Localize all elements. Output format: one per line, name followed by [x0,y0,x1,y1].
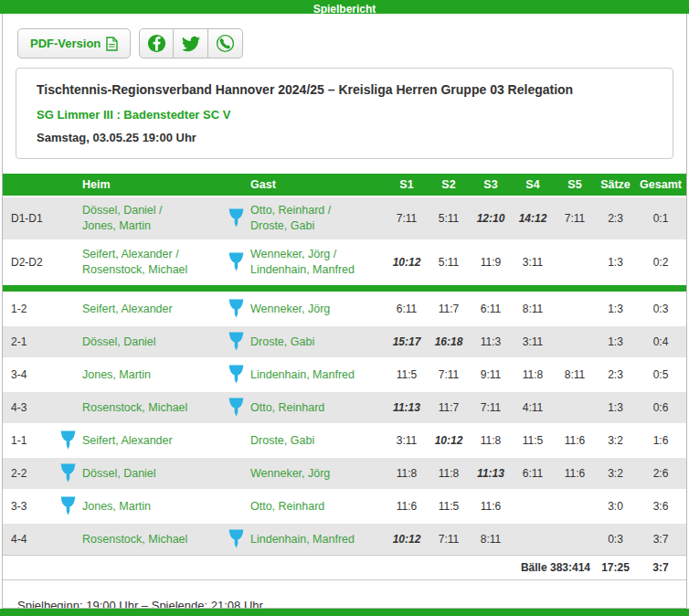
player-link[interactable]: Rosenstock, Michael [82,262,221,278]
set-score [554,391,596,424]
home-winner-cell [53,457,82,490]
player-link[interactable]: Droste, Gabi [250,433,386,449]
guest-players: Wenneker, Jörg [250,292,386,325]
trophy-icon [228,208,244,228]
set-score: 3:11 [512,325,554,358]
player-link[interactable]: Droste, Gabi [250,218,386,234]
overall-result: 0:2 [635,240,686,284]
set-score: 4:11 [512,391,554,424]
home-winner-cell [53,325,82,358]
set-score: 7:11 [428,523,470,556]
set-score: 15:17 [386,325,428,358]
set-score [554,490,596,523]
player-link[interactable]: Seifert, Alexander [82,302,221,317]
player-link[interactable]: Droste, Gabi [250,335,386,350]
player-link[interactable]: Wenneker, Jörg [250,466,386,482]
set-score: 7:11 [386,196,428,240]
section-separator [3,284,686,292]
match-number: D1-D1 [3,196,53,240]
set-score: 11:8 [428,457,470,490]
match-row: 1-1Seifert, AlexanderDroste, Gabi3:1110:… [3,424,686,457]
player-link[interactable]: Jones, Martin [82,367,221,383]
set-score: 5:11 [428,196,470,240]
match-row: D2-D2Seifert, Alexander /Rosenstock, Mic… [3,240,686,284]
set-score: 11:5 [428,490,470,523]
home-players: Dössel, Daniel [82,325,221,358]
player-link[interactable]: Dössel, Daniel / [82,203,221,218]
guest-players: Otto, Reinhard /Droste, Gabi [250,196,386,240]
header-s2: S2 [428,174,470,196]
pdf-version-button[interactable]: PDF-Version [17,28,131,58]
trophy-icon [228,365,244,385]
share-whatsapp-button[interactable] [208,28,243,58]
player-link[interactable]: Seifert, Alexander [82,433,221,449]
trophy-icon [228,332,244,352]
set-score: 5:11 [428,240,470,284]
set-score [554,292,596,325]
set-score: 8:11 [470,523,512,556]
player-link[interactable]: Otto, Reinhard / [250,203,386,218]
overall-result: 0:6 [635,391,686,424]
player-link[interactable]: Rosenstock, Michael [82,400,221,416]
sets-result: 3:2 [596,457,635,490]
set-score: 11:9 [470,240,512,284]
player-link[interactable]: Dössel, Daniel [82,466,221,482]
sets-result: 3:0 [596,490,635,523]
set-score: 11:8 [512,358,554,391]
match-times-note: Spielbeginn: 19:00 Uhr – Spielende: 21:0… [3,599,686,609]
set-score: 10:12 [428,424,470,457]
player-link[interactable]: Lindenhain, Manfred [250,262,386,278]
share-facebook-button[interactable] [139,28,174,58]
guest-winner-cell [221,490,250,523]
player-link[interactable]: Seifert, Alexander / [82,247,221,262]
home-winner-cell [53,358,82,391]
player-link[interactable]: Wenneker, Jörg [250,302,386,317]
player-link[interactable]: Jones, Martin [82,499,221,515]
player-link[interactable]: Jones, Martin [82,218,221,234]
set-score: 3:11 [386,424,428,457]
player-link[interactable]: Otto, Reinhard [250,400,386,416]
content-panel: PDF-Version [2,14,687,609]
guest-players: Wenneker, Jörg /Lindenhain, Manfred [250,240,386,284]
match-row: 3-3Jones, MartinOtto, Reinhard11:611:511… [3,490,686,523]
set-score: 11:5 [512,424,554,457]
home-players: Dössel, Daniel [82,457,221,490]
set-score: 9:11 [470,358,512,391]
match-number: 1-1 [3,424,53,457]
sets-result: 3:2 [596,424,635,457]
player-link[interactable]: Otto, Reinhard [250,499,386,515]
page-title: Spielbericht [313,3,376,16]
player-link[interactable]: Wenneker, Jörg / [250,247,386,262]
trophy-icon [228,299,244,319]
set-score [512,490,554,523]
match-row: D1-D1Dössel, Daniel /Jones, MartinOtto, … [3,196,686,240]
trophy-icon [228,398,244,418]
set-score: 7:11 [554,196,596,240]
player-link[interactable]: Rosenstock, Michael [82,532,221,547]
set-score: 10:12 [386,523,428,556]
header-guest-trophy [221,174,250,196]
guest-winner-cell [221,457,250,490]
share-twitter-button[interactable] [174,28,208,58]
guest-winner-cell [221,523,250,556]
sets-result: 1:3 [596,240,635,284]
trophy-icon [228,252,244,272]
match-pairing-link[interactable]: SG Limmer III : Badenstedter SC V [37,108,230,122]
bottom-bar [0,609,689,616]
home-winner-cell [53,424,82,457]
sets-result: 1:3 [596,292,635,325]
player-link[interactable]: Dössel, Daniel [82,335,221,350]
home-players: Rosenstock, Michael [82,523,221,556]
set-score: 10:12 [386,240,428,284]
player-link[interactable]: Lindenhain, Manfred [250,367,386,383]
guest-players: Droste, Gabi [250,424,386,457]
set-score [554,240,596,284]
pdf-version-label: PDF-Version [30,37,101,50]
header-match-number [3,174,53,196]
player-link[interactable]: Lindenhain, Manfred [250,532,386,547]
share-button-group [139,28,243,58]
header-s1: S1 [386,174,428,196]
set-score: 11:6 [470,490,512,523]
whatsapp-icon [216,34,235,53]
set-score: 6:11 [386,292,428,325]
